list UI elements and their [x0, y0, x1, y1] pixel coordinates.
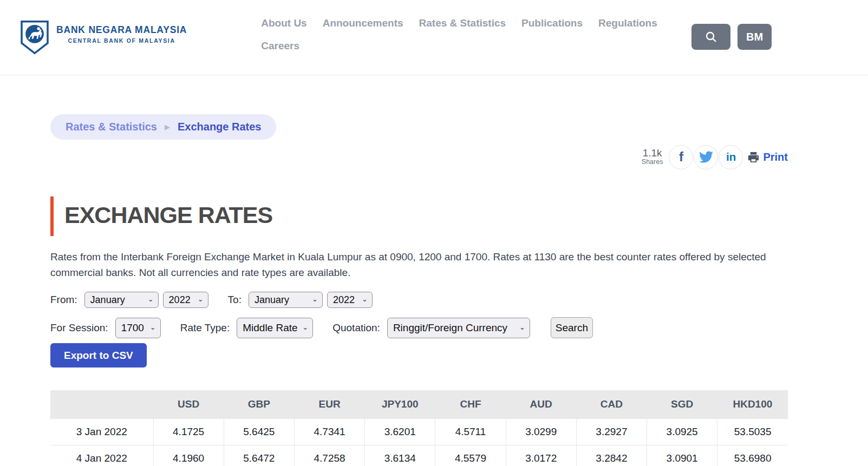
filters-form: From: January ⌄ 2022 ⌄ To: January [50, 292, 788, 338]
nav-about-us[interactable]: About Us [261, 17, 306, 29]
share-count-label: Shares [642, 159, 663, 166]
facebook-icon: f [679, 149, 683, 165]
col-gbp: GBP [224, 390, 294, 418]
session-label: For Session: [50, 322, 108, 334]
linkedin-icon: in [726, 150, 736, 163]
title-accent-bar [50, 196, 54, 236]
table-row: 3 Jan 2022 4.1725 5.6425 4.7341 3.6201 4… [50, 418, 788, 445]
cell-gbp: 5.6425 [224, 418, 294, 445]
page-title: EXCHANGE RATES [64, 196, 272, 236]
header-actions: BM [691, 24, 772, 50]
breadcrumb-exchange-rates[interactable]: Exchange Rates [178, 121, 262, 133]
filter-row-dates: From: January ⌄ 2022 ⌄ To: January [50, 292, 788, 308]
share-facebook-button[interactable]: f [669, 145, 693, 169]
col-cad: CAD [576, 390, 647, 418]
nav-rates-statistics[interactable]: Rates & Statistics [419, 17, 506, 29]
cell-usd: 4.1725 [153, 418, 224, 445]
filter-row-options: For Session: 1700 ⌄ Rate Type: Middle Ra… [50, 317, 788, 338]
page-title-block: EXCHANGE RATES [50, 196, 788, 236]
search-icon [704, 30, 717, 43]
cell-aud: 3.0299 [506, 418, 576, 445]
cell-jpy100: 3.6134 [365, 445, 435, 466]
col-sgd: SGD [647, 390, 717, 418]
to-year-select-wrap: 2022 ⌄ [327, 292, 373, 308]
share-count-value: 1.1k [642, 148, 663, 159]
nav-publications[interactable]: Publications [521, 17, 583, 29]
share-toolbar: 1.1k Shares f in Print [50, 143, 788, 171]
cell-usd: 4.1960 [153, 445, 224, 466]
page-description: Rates from the Interbank Foreign Exchang… [50, 249, 788, 280]
bnm-logo[interactable]: BANK NEGARA MALAYSIA CENTRAL BANK OF MAL… [20, 20, 187, 55]
main-nav: About Us Announcements Rates & Statistic… [261, 17, 691, 52]
cell-date: 4 Jan 2022 [50, 445, 153, 466]
bnm-shield-icon [20, 20, 49, 55]
cell-date: 3 Jan 2022 [50, 418, 153, 445]
col-chf: CHF [435, 390, 506, 418]
exchange-rates-table: USD GBP EUR JPY100 CHF AUD CAD SGD HKD10… [50, 390, 788, 466]
col-jpy100: JPY100 [365, 390, 435, 418]
from-month-select-wrap: January ⌄ [84, 292, 159, 308]
bnm-subtitle: CENTRAL BANK OF MALAYSIA [56, 37, 187, 44]
col-eur: EUR [294, 390, 364, 418]
session-select-wrap: 1700 ⌄ [115, 318, 161, 338]
breadcrumb: Rates & Statistics ▶ Exchange Rates [50, 114, 276, 140]
from-label: From: [50, 294, 77, 306]
quotation-select-wrap: Ringgit/Foreign Currency ⌄ [387, 318, 530, 338]
nav-regulations[interactable]: Regulations [598, 17, 657, 29]
cell-sgd: 3.0901 [647, 445, 717, 466]
rate-type-label: Rate Type: [180, 322, 230, 334]
cell-cad: 3.2842 [576, 445, 647, 466]
col-usd: USD [153, 390, 224, 418]
col-hkd100: HKD100 [717, 390, 788, 418]
to-year-select[interactable]: 2022 [327, 292, 373, 308]
share-linkedin-button[interactable]: in [719, 145, 743, 169]
rate-type-select-wrap: Middle Rate ⌄ [237, 318, 313, 338]
to-month-select-wrap: January ⌄ [249, 292, 323, 308]
nav-careers[interactable]: Careers [261, 40, 299, 52]
printer-icon [747, 151, 760, 163]
from-year-select-wrap: 2022 ⌄ [163, 292, 208, 308]
bnm-name: BANK NEGARA MALAYSIA [56, 24, 187, 36]
breadcrumb-rates-statistics[interactable]: Rates & Statistics [66, 121, 157, 133]
cell-hkd100: 53.5035 [717, 418, 788, 445]
breadcrumb-arrow-icon: ▶ [165, 123, 170, 131]
filter-search-button[interactable]: Search [551, 317, 593, 338]
from-year-select[interactable]: 2022 [163, 292, 208, 308]
share-twitter-button[interactable] [694, 145, 718, 169]
quotation-select[interactable]: Ringgit/Foreign Currency [387, 318, 530, 338]
cell-cad: 3.2927 [576, 418, 647, 445]
to-label: To: [228, 294, 242, 306]
col-date [50, 390, 153, 418]
table-row: 4 Jan 2022 4.1960 5.6472 4.7258 3.6134 4… [50, 445, 788, 466]
cell-hkd100: 53.6980 [717, 445, 788, 466]
bnm-wordmark: BANK NEGARA MALAYSIA CENTRAL BANK OF MAL… [56, 24, 187, 44]
cell-eur: 4.7341 [294, 418, 364, 445]
twitter-icon [699, 150, 713, 164]
site-header: BANK NEGARA MALAYSIA CENTRAL BANK OF MAL… [0, 0, 868, 75]
cell-chf: 4.5711 [435, 418, 506, 445]
main-content: Rates & Statistics ▶ Exchange Rates 1.1k… [50, 75, 788, 466]
search-button[interactable] [691, 24, 730, 50]
to-month-select[interactable]: January [249, 292, 323, 308]
cell-eur: 4.7258 [294, 445, 364, 466]
print-button[interactable]: Print [747, 151, 788, 163]
col-aud: AUD [506, 390, 576, 418]
export-csv-button[interactable]: Export to CSV [50, 343, 147, 367]
from-month-select[interactable]: January [84, 292, 159, 308]
rate-type-select[interactable]: Middle Rate [237, 318, 313, 338]
language-toggle-button[interactable]: BM [738, 24, 772, 50]
cell-sgd: 3.0925 [647, 418, 717, 445]
nav-announcements[interactable]: Announcements [323, 17, 403, 29]
cell-jpy100: 3.6201 [365, 418, 435, 445]
table-header-row: USD GBP EUR JPY100 CHF AUD CAD SGD HKD10… [50, 390, 788, 418]
cell-gbp: 5.6472 [224, 445, 294, 466]
cell-aud: 3.0172 [506, 445, 576, 466]
print-label: Print [763, 151, 788, 163]
quotation-label: Quotation: [332, 322, 380, 334]
share-count: 1.1k Shares [642, 148, 663, 166]
cell-chf: 4.5579 [435, 445, 506, 466]
session-select[interactable]: 1700 [115, 318, 161, 338]
